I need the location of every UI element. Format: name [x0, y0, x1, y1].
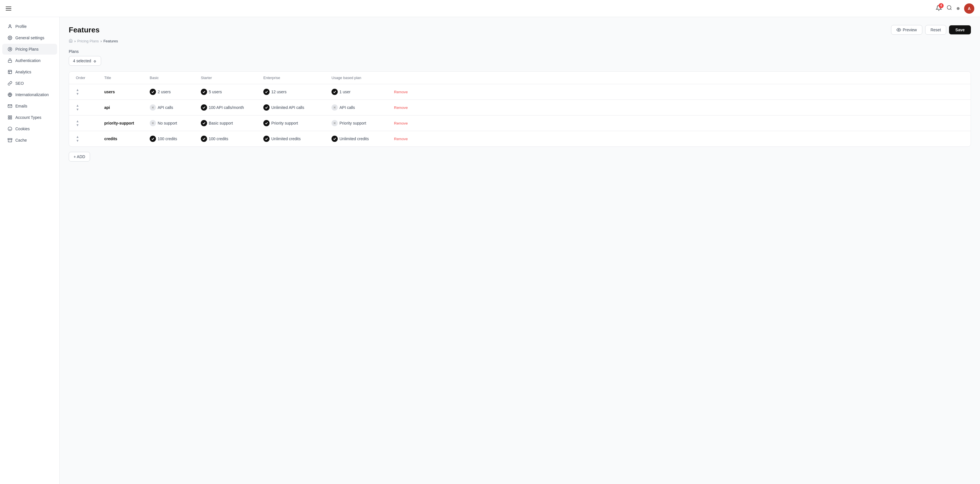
add-feature-button[interactable]: + ADD	[69, 152, 90, 161]
usage-api: API calls	[329, 101, 392, 115]
col-usage-based: Usage based plan	[329, 72, 392, 84]
enterprise-api: Unlimited API calls	[261, 101, 329, 115]
avatar[interactable]: A	[964, 3, 974, 14]
sidebar-label-cookies: Cookies	[15, 126, 30, 131]
order-up-api[interactable]: ▲	[76, 104, 79, 107]
lock-icon	[7, 58, 13, 63]
sidebar-item-cookies[interactable]: Cookies	[2, 123, 57, 134]
gear-icon	[7, 35, 13, 40]
link-icon	[7, 81, 13, 86]
check-icon	[331, 136, 338, 142]
globe-icon	[7, 92, 13, 97]
sidebar-item-general-settings[interactable]: General settings	[2, 32, 57, 43]
home-icon[interactable]	[69, 39, 73, 43]
table-header-row: Order Title Basic Starter Enterprise Usa…	[69, 72, 970, 84]
order-cell-api: ▲ ▼	[73, 100, 102, 115]
breadcrumb-sep-1: ›	[75, 39, 76, 43]
remove-button-users[interactable]: Remove	[394, 90, 407, 94]
sidebar-label-general-settings: General settings	[15, 35, 44, 40]
sidebar-label-analytics: Analytics	[15, 70, 31, 74]
table-row: ▲ ▼ api API calls 100 API calls/month	[69, 100, 970, 115]
order-down-priority-support[interactable]: ▼	[76, 123, 79, 127]
svg-rect-9	[8, 116, 10, 117]
svg-rect-11	[10, 118, 12, 119]
starter-priority-support: Basic support	[199, 116, 261, 130]
order-down-credits[interactable]: ▼	[76, 139, 79, 142]
check-icon	[150, 89, 156, 95]
notification-button[interactable]: 4	[936, 5, 942, 12]
notification-badge: 4	[939, 3, 943, 8]
feature-name-credits: credits	[102, 133, 148, 145]
table-row: ▲ ▼ credits 100 credits 100 credits	[69, 131, 970, 147]
check-icon	[201, 89, 207, 95]
order-up-priority-support[interactable]: ▲	[76, 120, 79, 123]
breadcrumb-current: Features	[103, 39, 118, 43]
sidebar-item-cache[interactable]: Cache	[2, 135, 57, 145]
svg-point-13	[8, 127, 12, 131]
feature-name-users: users	[102, 86, 148, 98]
x-icon	[331, 120, 338, 126]
preview-button[interactable]: Preview	[891, 25, 922, 35]
sidebar-label-emails: Emails	[15, 104, 27, 109]
dollar-icon	[7, 46, 13, 52]
action-priority-support: Remove	[392, 117, 420, 129]
sidebar-item-emails[interactable]: Emails	[2, 101, 57, 112]
main-content: Features Preview Reset Save	[60, 17, 980, 484]
remove-button-priority-support[interactable]: Remove	[394, 121, 407, 125]
plans-selector[interactable]: 4 selected	[69, 56, 101, 66]
chevron-updown-icon	[93, 59, 97, 63]
sidebar-label-account-types: Account Types	[15, 115, 41, 120]
sidebar-item-account-types[interactable]: Account Types	[2, 112, 57, 123]
chart-icon	[7, 69, 13, 75]
sidebar: Profile General settings Pricing Plans	[0, 17, 60, 484]
reset-button[interactable]: Reset	[925, 25, 947, 35]
sidebar-item-profile[interactable]: Profile	[2, 21, 57, 32]
search-button[interactable]	[947, 5, 952, 12]
sidebar-item-seo[interactable]: SEO	[2, 78, 57, 89]
sidebar-item-internationalization[interactable]: Internationalization	[2, 89, 57, 100]
enterprise-priority-support: Priority support	[261, 116, 329, 130]
table-row: ▲ ▼ users 2 users 5 users	[69, 84, 970, 100]
layout: Profile General settings Pricing Plans	[0, 17, 980, 484]
col-title: Title	[102, 72, 148, 84]
eye-icon	[896, 27, 901, 32]
sidebar-item-analytics[interactable]: Analytics	[2, 67, 57, 77]
breadcrumb-pricing-plans[interactable]: Pricing Plans	[77, 39, 99, 43]
action-credits: Remove	[392, 133, 420, 145]
basic-credits: 100 credits	[148, 132, 199, 146]
svg-rect-5	[8, 60, 12, 62]
svg-rect-16	[8, 139, 12, 139]
hamburger-menu[interactable]	[6, 6, 11, 11]
cookie-icon	[7, 126, 13, 131]
topnav-left	[6, 6, 11, 11]
starter-users: 5 users	[199, 85, 261, 99]
topnav: 4 A	[0, 0, 980, 17]
action-api: Remove	[392, 102, 420, 114]
save-button[interactable]: Save	[949, 25, 971, 34]
svg-point-2	[9, 25, 11, 26]
order-up-users[interactable]: ▲	[76, 88, 79, 91]
order-cell-credits: ▲ ▼	[73, 131, 102, 147]
remove-button-api[interactable]: Remove	[394, 105, 407, 110]
remove-button-credits[interactable]: Remove	[394, 137, 407, 141]
breadcrumb: › Pricing Plans › Features	[69, 39, 971, 43]
check-icon	[201, 104, 207, 110]
envelope-icon	[7, 104, 13, 109]
col-enterprise: Enterprise	[261, 72, 329, 84]
check-icon	[150, 136, 156, 142]
breadcrumb-sep-2: ›	[100, 39, 102, 43]
sidebar-item-authentication[interactable]: Authentication	[2, 55, 57, 66]
sidebar-item-pricing-plans[interactable]: Pricing Plans	[2, 44, 57, 54]
col-action	[392, 72, 420, 84]
status-dot[interactable]	[957, 7, 959, 10]
sidebar-label-seo: SEO	[15, 81, 24, 86]
order-cell-users: ▲ ▼	[73, 84, 102, 99]
inbox-icon	[7, 137, 13, 143]
order-down-users[interactable]: ▼	[76, 92, 79, 96]
check-icon	[201, 136, 207, 142]
x-icon	[150, 120, 156, 126]
order-down-api[interactable]: ▼	[76, 108, 79, 111]
order-up-credits[interactable]: ▲	[76, 135, 79, 139]
svg-point-18	[898, 29, 899, 30]
basic-users: 2 users	[148, 85, 199, 99]
